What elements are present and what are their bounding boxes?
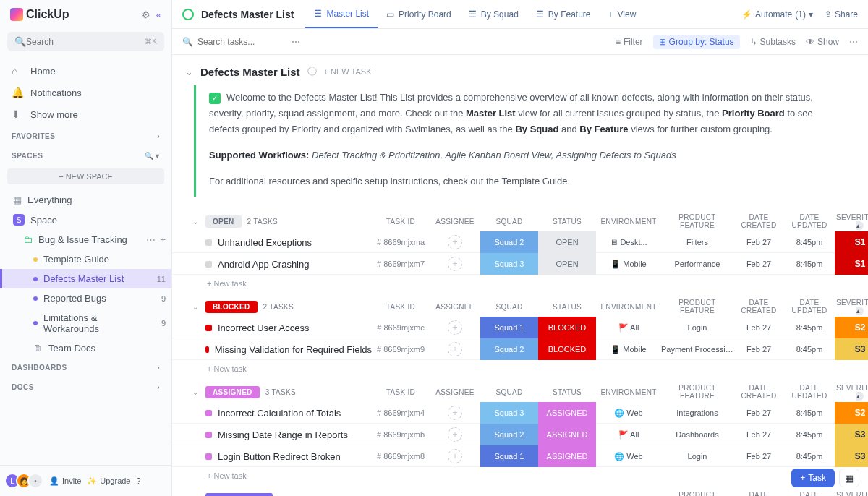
- collapse-group-icon[interactable]: ⌄: [185, 303, 205, 311]
- col-feature[interactable]: PRODUCT FEATURE: [661, 491, 733, 496]
- status-pill[interactable]: ASSIGNED: [205, 386, 260, 398]
- settings-icon[interactable]: ⚙: [142, 9, 150, 20]
- search-tasks-input[interactable]: [197, 37, 284, 47]
- section-favorites[interactable]: FAVORITES›: [0, 127, 171, 146]
- environment-cell[interactable]: 🚩 All: [596, 430, 661, 440]
- assignee-placeholder[interactable]: +: [448, 342, 462, 356]
- squad-cell[interactable]: Squad 1: [480, 317, 538, 338]
- environment-cell[interactable]: 🖥 Deskt...: [596, 238, 661, 247]
- assignee-placeholder[interactable]: +: [448, 235, 462, 249]
- task-status-icon[interactable]: [205, 261, 212, 268]
- tree-everything[interactable]: ▦Everything: [0, 190, 171, 210]
- col-updated[interactable]: DATE UPDATED: [784, 491, 835, 496]
- status-cell[interactable]: BLOCKED: [538, 317, 596, 338]
- environment-cell[interactable]: 📱 Mobile: [596, 345, 661, 354]
- tree-defects-list[interactable]: Defects Master List11: [0, 269, 171, 288]
- col-severity[interactable]: SEVERITY2 ▴: [835, 299, 868, 315]
- status-cell[interactable]: ASSIGNED: [538, 445, 596, 467]
- task-row[interactable]: Unhandled Exceptions # 8669mjxma + Squad…: [172, 231, 868, 253]
- col-severity[interactable]: SEVERITY2 ▴: [835, 384, 868, 400]
- col-updated[interactable]: DATE UPDATED: [784, 213, 835, 229]
- col-taskid[interactable]: TASK ID: [372, 218, 430, 226]
- new-task-fab[interactable]: +Task: [791, 469, 835, 487]
- tree-space[interactable]: SSpace: [0, 210, 171, 230]
- col-status[interactable]: STATUS: [538, 303, 596, 311]
- status-cell[interactable]: BLOCKED: [538, 338, 596, 360]
- nav-showmore[interactable]: ⬇Show more: [0, 103, 171, 125]
- more-icon[interactable]: ⋯: [292, 37, 300, 47]
- status-pill[interactable]: IN PROGRESS: [205, 493, 273, 496]
- status-cell[interactable]: ASSIGNED: [538, 424, 596, 445]
- share-button[interactable]: ⇪Share: [825, 9, 858, 20]
- col-status[interactable]: STATUS: [538, 218, 596, 226]
- tree-template-guide[interactable]: Template Guide: [0, 249, 171, 269]
- col-updated[interactable]: DATE UPDATED: [784, 299, 835, 315]
- new-task-row[interactable]: + New task: [172, 467, 868, 484]
- col-squad[interactable]: SQUAD: [480, 303, 538, 311]
- help-button[interactable]: ?: [137, 476, 141, 485]
- nav-notifications[interactable]: 🔔Notifications: [0, 82, 171, 103]
- tab-by-feature[interactable]: ☰By Feature: [527, 0, 600, 28]
- more-icon[interactable]: ⋯: [146, 234, 156, 245]
- col-squad[interactable]: SQUAD: [480, 388, 538, 396]
- section-dashboards[interactable]: DASHBOARDS›: [0, 358, 171, 377]
- assignee-placeholder[interactable]: +: [448, 449, 462, 463]
- col-feature[interactable]: PRODUCT FEATURE: [661, 384, 733, 400]
- col-created[interactable]: DATE CREATED: [733, 213, 784, 229]
- environment-cell[interactable]: 🚩 All: [596, 323, 661, 333]
- squad-cell[interactable]: Squad 3: [480, 402, 538, 424]
- search-input[interactable]: [26, 37, 145, 47]
- task-status-icon[interactable]: [205, 453, 212, 460]
- new-task-button[interactable]: + NEW TASK: [324, 67, 372, 76]
- task-status-icon[interactable]: [205, 432, 212, 438]
- invite-button[interactable]: 👤Invite: [49, 476, 81, 486]
- status-pill[interactable]: BLOCKED: [205, 301, 258, 313]
- nav-home[interactable]: ⌂Home: [0, 60, 171, 82]
- squad-cell[interactable]: Squad 1: [480, 445, 538, 467]
- tree-folder-bugs[interactable]: 🗀Bug & Issue Tracking⋯+: [0, 230, 171, 249]
- col-assignee[interactable]: ASSIGNEE: [430, 218, 480, 226]
- task-status-icon[interactable]: [205, 325, 212, 331]
- col-squad[interactable]: SQUAD: [480, 218, 538, 226]
- tab-by-squad[interactable]: ☰By Squad: [460, 0, 527, 28]
- feature-cell[interactable]: Login: [661, 452, 733, 461]
- tab-master-list[interactable]: ☰Master List: [305, 0, 378, 28]
- status-circle-icon[interactable]: [182, 9, 194, 20]
- col-env[interactable]: ENVIRONMENT: [596, 303, 661, 311]
- col-env[interactable]: ENVIRONMENT: [596, 388, 661, 396]
- col-updated[interactable]: DATE UPDATED: [784, 384, 835, 400]
- assignee-placeholder[interactable]: +: [448, 427, 462, 442]
- squad-cell[interactable]: Squad 3: [480, 253, 538, 275]
- new-space-button[interactable]: + NEW SPACE: [7, 168, 164, 184]
- new-task-row[interactable]: + New task: [172, 275, 868, 292]
- status-cell[interactable]: OPEN: [538, 253, 596, 275]
- col-env[interactable]: ENVIRONMENT: [596, 218, 661, 226]
- severity-cell[interactable]: S3: [835, 338, 868, 360]
- squad-cell[interactable]: Squad 2: [480, 424, 538, 445]
- col-feature[interactable]: PRODUCT FEATURE: [661, 213, 733, 229]
- squad-cell[interactable]: Squad 2: [480, 231, 538, 253]
- section-docs[interactable]: DOCS›: [0, 377, 171, 397]
- status-cell[interactable]: OPEN: [538, 231, 596, 253]
- assignee-placeholder[interactable]: +: [448, 257, 462, 271]
- severity-cell[interactable]: S3: [835, 424, 868, 445]
- tree-limitations[interactable]: Limitations & Workarounds9: [0, 308, 171, 338]
- tree-reported-bugs[interactable]: Reported Bugs9: [0, 288, 171, 308]
- environment-cell[interactable]: 📱 Mobile: [596, 260, 661, 269]
- collapse-group-icon[interactable]: ⌄: [185, 388, 205, 396]
- group-by-button[interactable]: ⊞Group by: Status: [653, 35, 740, 49]
- col-status[interactable]: STATUS: [538, 388, 596, 396]
- severity-cell[interactable]: S1: [835, 231, 868, 253]
- col-assignee[interactable]: ASSIGNEE: [430, 388, 480, 396]
- feature-cell[interactable]: Dashboards: [661, 430, 733, 439]
- upgrade-button[interactable]: ✨Upgrade: [87, 476, 130, 486]
- task-row[interactable]: Incorrect Calculation of Totals # 8669mj…: [172, 402, 868, 424]
- feature-cell[interactable]: Login: [661, 323, 733, 332]
- show-button[interactable]: 👁Show: [806, 37, 839, 47]
- col-severity[interactable]: SEVERITY2 ▴: [835, 491, 868, 496]
- collapse-sidebar-icon[interactable]: «: [156, 9, 161, 20]
- search-tasks[interactable]: 🔍: [182, 37, 284, 47]
- status-cell[interactable]: ASSIGNED: [538, 402, 596, 424]
- feature-cell[interactable]: Payment Processing: [661, 345, 733, 354]
- assignee-placeholder[interactable]: +: [448, 320, 462, 335]
